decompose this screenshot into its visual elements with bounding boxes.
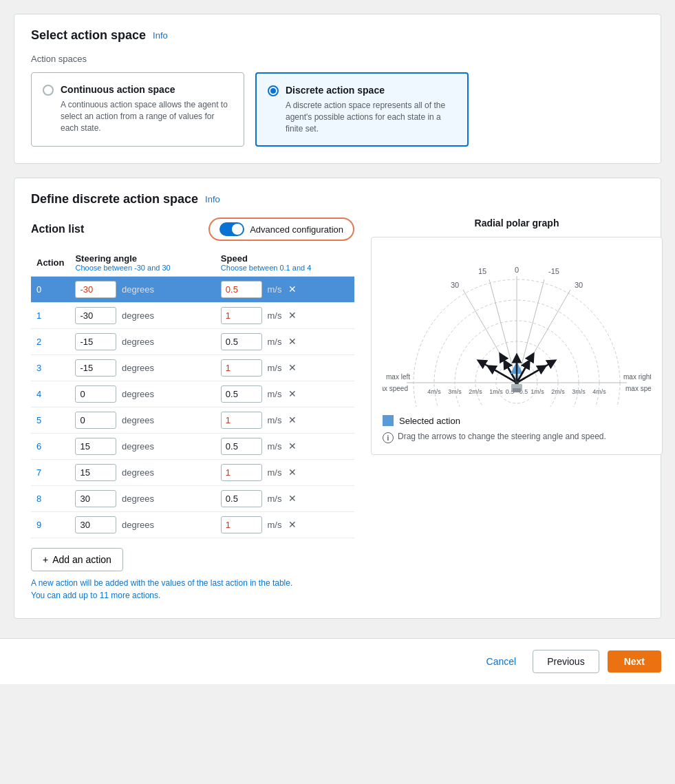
svg-text:4m/s: 4m/s [592, 388, 606, 395]
advanced-config-button[interactable]: Advanced configuration [208, 218, 354, 241]
table-row[interactable]: 4 degrees m/s ✕ [31, 381, 354, 407]
speed-unit: m/s [267, 415, 281, 425]
steering-unit: degrees [122, 363, 154, 373]
delete-row-button[interactable]: ✕ [284, 282, 301, 296]
speed-input[interactable] [221, 490, 262, 507]
delete-row-button[interactable]: ✕ [284, 387, 301, 401]
speed-unit: m/s [267, 494, 281, 504]
speed-unit: m/s [267, 310, 281, 321]
select-action-info-link[interactable]: Info [153, 30, 168, 41]
row-speed: m/s ✕ [215, 460, 354, 486]
svg-text:max speed: max speed [625, 385, 651, 392]
steering-input[interactable] [75, 333, 116, 350]
advanced-config-toggle[interactable] [219, 222, 244, 236]
table-row[interactable]: 2 degrees m/s ✕ [31, 329, 354, 355]
delete-row-button[interactable]: ✕ [284, 518, 301, 531]
continuous-radio[interactable] [43, 85, 54, 96]
cancel-button[interactable]: Cancel [478, 650, 525, 672]
speed-input[interactable] [221, 516, 262, 533]
row-speed: m/s ✕ [215, 355, 354, 381]
speed-input[interactable] [221, 412, 262, 429]
table-row[interactable]: 1 degrees m/s ✕ [31, 303, 354, 329]
graph-legend: Selected action [383, 415, 651, 426]
continuous-title: Continuous action space [61, 84, 233, 95]
discrete-title: Discrete action space [286, 85, 456, 96]
svg-text:3m/s: 3m/s [572, 388, 586, 395]
speed-unit: m/s [267, 389, 281, 399]
row-steering: degrees [69, 381, 215, 407]
svg-text:15: 15 [478, 267, 486, 275]
define-action-space-title: Define discrete action space Info [31, 192, 644, 206]
action-spaces-label: Action spaces [31, 54, 644, 64]
col-steering: Steering angle Choose between -30 and 30 [69, 249, 215, 277]
table-row[interactable]: 6 degrees m/s ✕ [31, 434, 354, 460]
discrete-option[interactable]: Discrete action space A discrete action … [255, 72, 469, 147]
steering-input[interactable] [75, 412, 116, 429]
delete-row-button[interactable]: ✕ [284, 465, 301, 479]
action-table: Action Steering angle Choose between -30… [31, 249, 354, 538]
svg-text:1m/s: 1m/s [489, 388, 503, 395]
table-row[interactable]: 5 degrees m/s ✕ [31, 407, 354, 434]
steering-input[interactable] [75, 516, 116, 533]
discrete-radio[interactable] [268, 85, 279, 96]
svg-text:max speed: max speed [383, 385, 408, 392]
steering-unit: degrees [122, 520, 154, 530]
continuous-option[interactable]: Continuous action space A continuous act… [31, 72, 244, 147]
action-list-header: Action list Advanced configuration [31, 218, 354, 241]
graph-container: 0 15 -15 30 30 max left ma [371, 237, 663, 455]
graph-drag-note: i Drag the arrows to change the steering… [383, 432, 651, 443]
row-speed: m/s ✕ [215, 381, 354, 407]
table-row[interactable]: 0 degrees m/s ✕ [31, 277, 354, 303]
delete-row-button[interactable]: ✕ [284, 491, 301, 505]
add-action-label: Add an action [52, 554, 111, 565]
add-action-button[interactable]: + Add an action [31, 548, 123, 571]
define-info-link[interactable]: Info [205, 194, 220, 204]
info-icon: i [383, 432, 394, 443]
table-row[interactable]: 3 degrees m/s ✕ [31, 355, 354, 381]
next-button[interactable]: Next [608, 650, 661, 672]
speed-input[interactable] [221, 385, 262, 403]
row-steering: degrees [69, 434, 215, 460]
steering-input[interactable] [75, 281, 116, 298]
table-row[interactable]: 9 degrees m/s ✕ [31, 512, 354, 538]
steering-unit: degrees [122, 389, 154, 399]
steering-input[interactable] [75, 464, 116, 481]
delete-row-button[interactable]: ✕ [284, 308, 301, 322]
speed-input[interactable] [221, 464, 262, 481]
col-action: Action [31, 249, 69, 277]
table-row[interactable]: 7 degrees m/s ✕ [31, 460, 354, 486]
drag-note-text: Drag the arrows to change the steering a… [398, 432, 606, 441]
svg-text:30: 30 [451, 281, 459, 289]
steering-input[interactable] [75, 490, 116, 507]
add-action-icon: + [43, 554, 48, 565]
delete-row-button[interactable]: ✕ [284, 361, 301, 374]
col-speed: Speed Choose between 0.1 and 4 [215, 249, 354, 277]
previous-button[interactable]: Previous [533, 650, 599, 673]
steering-input[interactable] [75, 438, 116, 455]
table-row[interactable]: 8 degrees m/s ✕ [31, 486, 354, 512]
svg-text:30: 30 [575, 281, 583, 289]
define-body: Action list Advanced configuration Actio… [31, 218, 644, 602]
delete-row-button[interactable]: ✕ [284, 439, 301, 453]
svg-rect-44 [513, 388, 521, 392]
row-speed: m/s ✕ [215, 486, 354, 512]
speed-input[interactable] [221, 333, 262, 350]
row-steering: degrees [69, 329, 215, 355]
speed-input[interactable] [221, 359, 262, 377]
svg-text:1m/s: 1m/s [531, 388, 544, 395]
steering-input[interactable] [75, 385, 116, 403]
speed-input[interactable] [221, 438, 262, 455]
svg-text:max left: max left [386, 373, 410, 381]
speed-input[interactable] [221, 281, 262, 298]
speed-unit: m/s [267, 337, 281, 347]
continuous-desc: A continuous action space allows the age… [61, 99, 233, 134]
action-list-panel: Action list Advanced configuration Actio… [31, 218, 354, 602]
footer: Cancel Previous Next [0, 638, 675, 684]
steering-input[interactable] [75, 359, 116, 377]
delete-row-button[interactable]: ✕ [284, 335, 301, 348]
speed-input[interactable] [221, 307, 262, 324]
delete-row-button[interactable]: ✕ [284, 413, 301, 427]
steering-input[interactable] [75, 307, 116, 324]
svg-text:0: 0 [515, 266, 519, 274]
select-action-space-card: Select action space Info Action spaces C… [14, 14, 661, 164]
